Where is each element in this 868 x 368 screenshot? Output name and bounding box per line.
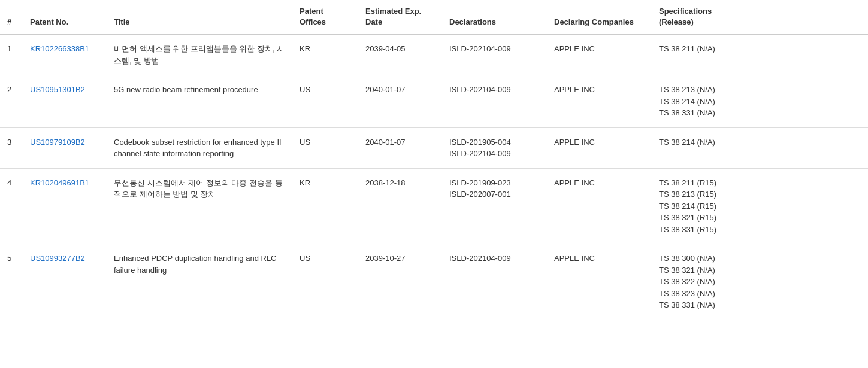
table-row: 3US10979109B2Codebook subset restriction… xyxy=(0,127,868,168)
col-header-declaring-companies: Declaring Companies xyxy=(547,0,652,34)
row-declarations: ISLD-202104-009 xyxy=(442,75,547,128)
row-declaring-companies: APPLE INC xyxy=(547,34,652,75)
row-estimated-exp-date: 2040-01-07 xyxy=(358,75,442,128)
row-patent-offices: KR xyxy=(292,34,358,75)
row-title: Codebook subset restriction for enhanced… xyxy=(107,127,292,168)
row-declarations: ISLD-202104-009 xyxy=(442,244,547,320)
row-patent-no: KR102266338B1 xyxy=(23,34,107,75)
col-header-num: # xyxy=(0,0,23,34)
row-specifications: TS 38 214 (N/A) xyxy=(652,127,868,168)
row-declaring-companies: APPLE INC xyxy=(547,168,652,244)
row-num: 4 xyxy=(0,168,23,244)
patent-link[interactable]: US10993277B2 xyxy=(30,254,85,263)
table-row: 1KR102266338B1비면허 액세스를 위한 프리앰블들을 위한 장치, … xyxy=(0,34,868,75)
row-estimated-exp-date: 2039-10-27 xyxy=(358,244,442,320)
row-patent-offices: KR xyxy=(292,168,358,244)
row-patent-no: US10979109B2 xyxy=(23,127,107,168)
row-patent-no: US10993277B2 xyxy=(23,244,107,320)
row-title: 비면허 액세스를 위한 프리앰블들을 위한 장치, 시스템, 및 방법 xyxy=(107,34,292,75)
row-specifications: TS 38 211 (R15)TS 38 213 (R15)TS 38 214 … xyxy=(652,168,868,244)
row-title: 무선통신 시스템에서 제어 정보의 다중 전송을 동적으로 제어하는 방법 및 … xyxy=(107,168,292,244)
row-declaring-companies: APPLE INC xyxy=(547,244,652,320)
row-patent-no: KR102049691B1 xyxy=(23,168,107,244)
table-row: 2US10951301B25G new radio beam refinemen… xyxy=(0,75,868,128)
row-specifications: TS 38 213 (N/A)TS 38 214 (N/A)TS 38 331 … xyxy=(652,75,868,128)
col-header-patent-no: Patent No. xyxy=(23,0,107,34)
row-estimated-exp-date: 2040-01-07 xyxy=(358,127,442,168)
row-specifications: TS 38 300 (N/A)TS 38 321 (N/A)TS 38 322 … xyxy=(652,244,868,320)
patent-link[interactable]: US10979109B2 xyxy=(30,138,85,147)
patent-link[interactable]: US10951301B2 xyxy=(30,85,85,94)
row-specifications: TS 38 211 (N/A) xyxy=(652,34,868,75)
row-num: 2 xyxy=(0,75,23,128)
row-title: Enhanced PDCP duplication handling and R… xyxy=(107,244,292,320)
col-header-declarations: Declarations xyxy=(442,0,547,34)
patent-link[interactable]: KR102049691B1 xyxy=(30,178,89,187)
col-header-patent-offices: Patent Offices xyxy=(292,0,358,34)
row-declarations: ISLD-202104-009 xyxy=(442,34,547,75)
col-header-specifications: Specifications(Release) xyxy=(652,0,868,34)
row-title: 5G new radio beam refinement procedure xyxy=(107,75,292,128)
row-estimated-exp-date: 2039-04-05 xyxy=(358,34,442,75)
table-row: 5US10993277B2Enhanced PDCP duplication h… xyxy=(0,244,868,320)
row-patent-offices: US xyxy=(292,75,358,128)
row-declarations: ISLD-201909-023ISLD-202007-001 xyxy=(442,168,547,244)
row-declaring-companies: APPLE INC xyxy=(547,127,652,168)
row-estimated-exp-date: 2038-12-18 xyxy=(358,168,442,244)
row-declarations: ISLD-201905-004ISLD-202104-009 xyxy=(442,127,547,168)
table-row: 4KR102049691B1무선통신 시스템에서 제어 정보의 다중 전송을 동… xyxy=(0,168,868,244)
row-patent-no: US10951301B2 xyxy=(23,75,107,128)
row-num: 1 xyxy=(0,34,23,75)
row-num: 3 xyxy=(0,127,23,168)
patent-link[interactable]: KR102266338B1 xyxy=(30,44,89,53)
row-patent-offices: US xyxy=(292,127,358,168)
row-num: 5 xyxy=(0,244,23,320)
row-declaring-companies: APPLE INC xyxy=(547,75,652,128)
col-header-estimated-exp-date: Estimated Exp. Date xyxy=(358,0,442,34)
row-patent-offices: US xyxy=(292,244,358,320)
col-header-title: Title xyxy=(107,0,292,34)
